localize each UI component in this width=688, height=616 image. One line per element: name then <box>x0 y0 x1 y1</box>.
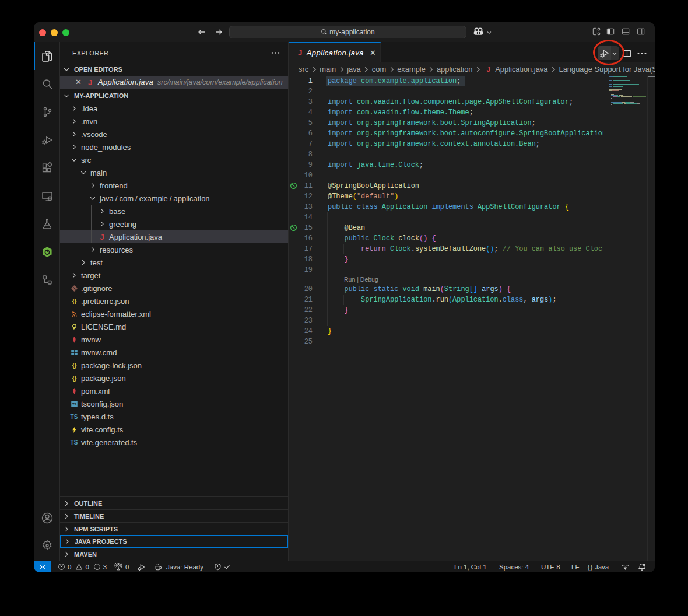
svg-text:TS: TS <box>72 402 76 406</box>
